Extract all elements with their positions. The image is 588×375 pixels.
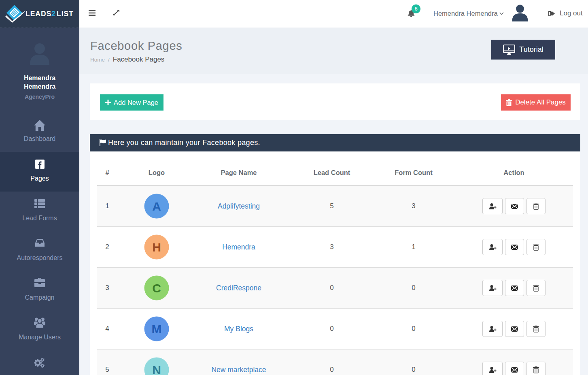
svg-text:2: 2 — [51, 10, 55, 18]
svg-text:LIST: LIST — [57, 10, 74, 18]
svg-text:LEADS: LEADS — [25, 10, 51, 18]
